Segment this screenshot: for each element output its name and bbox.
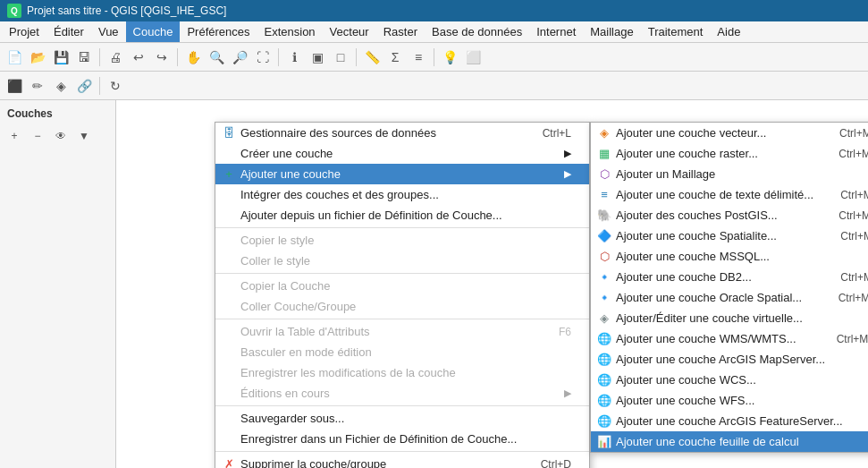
menu-vecteur[interactable]: Vecteur: [323, 21, 376, 42]
tips-btn[interactable]: 💡: [439, 47, 460, 68]
sep-3: [278, 48, 279, 66]
raster-item[interactable]: ▦ Ajouter une couche raster... Ctrl+Maj+…: [591, 143, 868, 164]
redo-btn[interactable]: ↪: [151, 47, 173, 68]
eye-icon[interactable]: 👁: [50, 125, 72, 147]
select-btn[interactable]: ▣: [307, 47, 328, 68]
menu-maillage[interactable]: Maillage: [583, 21, 640, 42]
ajouter-submenu[interactable]: ◈ Ajouter une couche vecteur... Ctrl+Maj…: [590, 122, 868, 453]
new-project-btn[interactable]: 📄: [4, 47, 25, 68]
undo-btn[interactable]: ↩: [128, 47, 149, 68]
print-btn[interactable]: 🖨: [105, 47, 126, 68]
enregistrer-modif-item: Enregistrer les modifications de la couc…: [215, 362, 589, 383]
zoom-in-btn[interactable]: 🔍: [206, 47, 227, 68]
ajouter-couche-item[interactable]: + Ajouter une couche ▶: [215, 164, 589, 184]
layers-toolbar: + − 👁 ▼: [0, 123, 115, 149]
stats-btn[interactable]: Σ: [384, 47, 406, 68]
layer-btn[interactable]: ⬛: [4, 75, 25, 97]
node-btn[interactable]: ◈: [50, 75, 72, 97]
menu-extension[interactable]: Extension: [257, 21, 323, 42]
supprimer-icon: ✗: [221, 456, 237, 469]
save-as-btn[interactable]: 🖫: [73, 47, 95, 68]
texte-delimite-item[interactable]: ≡ Ajouter une couche de texte délimité..…: [591, 184, 868, 205]
rotate-btn[interactable]: ↻: [105, 75, 126, 97]
menu-traitement[interactable]: Traitement: [641, 21, 711, 42]
window-title: Projet sans titre - QGIS [QGIS_IHE_GSC]: [27, 4, 226, 17]
sep-e: [215, 451, 589, 452]
add-layer-icon[interactable]: +: [4, 125, 25, 147]
menu-couche[interactable]: Couche: [126, 21, 181, 42]
creer-couche-item[interactable]: Créer une couche ▶: [215, 143, 589, 164]
copier-couche-item: Copier la Couche: [215, 276, 589, 296]
enregistrer-definition-item[interactable]: Enregistrer dans un Fichier de Définitio…: [215, 429, 589, 449]
definition-icon: [221, 208, 237, 224]
zoom-out-btn[interactable]: 🔎: [229, 47, 250, 68]
feuille-calcul-item[interactable]: 📊 Ajouter une couche feuille de calcul: [591, 431, 868, 452]
arcgis-fs-icon: 🌐: [596, 413, 612, 430]
menu-editer[interactable]: Éditer: [46, 21, 91, 42]
sep-5: [434, 48, 434, 66]
wms-item[interactable]: 🌐 Ajouter une couche WMS/WMTS... Ctrl+Ma…: [591, 328, 868, 349]
oracle-icon: 🔹: [596, 290, 612, 306]
menu-bar: Projet Éditer Vue Couche Préférences Ext…: [0, 21, 868, 43]
sep-4: [356, 48, 357, 66]
gestionnaire-item[interactable]: 🗄 Gestionnaire des sources de données Ct…: [215, 123, 589, 143]
zoom-full-btn[interactable]: ⛶: [252, 47, 274, 68]
texte-icon: ≡: [596, 187, 612, 203]
title-bar: Q Projet sans titre - QGIS [QGIS_IHE_GSC…: [0, 0, 868, 21]
sep-d: [215, 405, 589, 406]
spatialite-item[interactable]: 🔷 Ajouter une couche Spatialite... Ctrl+…: [591, 225, 868, 246]
coller-couche-item: Coller Couche/Groupe: [215, 296, 589, 317]
menu-aide[interactable]: Aide: [710, 21, 747, 42]
maillage-icon: ⬡: [596, 166, 612, 183]
vecteur-icon: ◈: [596, 125, 612, 141]
menu-raster[interactable]: Raster: [376, 21, 425, 42]
sep-6: [99, 77, 100, 95]
menu-projet[interactable]: Projet: [2, 21, 46, 42]
db2-item[interactable]: 🔹 Ajouter une couche DB2... Ctrl+Maj+2: [591, 267, 868, 287]
digitize-btn[interactable]: ✏: [27, 75, 48, 97]
measure-btn[interactable]: 📏: [361, 47, 383, 68]
filter-icon[interactable]: ▼: [73, 125, 95, 147]
sauvegarder-item[interactable]: Sauvegarder sous...: [215, 408, 589, 429]
menu-preferences[interactable]: Préférences: [180, 21, 257, 42]
wms-icon: 🌐: [596, 331, 612, 347]
maillage-item[interactable]: ⬡ Ajouter un Maillage: [591, 164, 868, 184]
remove-layer-icon[interactable]: −: [27, 125, 48, 147]
app-icon: Q: [7, 4, 21, 18]
open-btn[interactable]: 📂: [27, 47, 48, 68]
sep-a: [215, 227, 589, 228]
ajouter-icon: +: [221, 166, 237, 183]
menu-internet[interactable]: Internet: [529, 21, 583, 42]
identify-btn[interactable]: ℹ: [283, 47, 305, 68]
wcs-item[interactable]: 🌐 Ajouter une couche WCS...: [591, 370, 868, 390]
layers-panel-title: Couches: [0, 104, 115, 123]
mssql-item[interactable]: ⬡ Ajouter une couche MSSQL...: [591, 246, 868, 267]
menu-vue[interactable]: Vue: [91, 21, 126, 42]
arcgis-feature-item[interactable]: 🌐 Ajouter une couche ArcGIS FeatureServe…: [591, 411, 868, 431]
chart-btn[interactable]: ≡: [408, 47, 429, 68]
arcgis-mapserver-item[interactable]: 🌐 Ajouter une couche ArcGIS MapServer...: [591, 349, 868, 370]
extra-btn[interactable]: ⬜: [462, 47, 484, 68]
postgis-item[interactable]: 🐘 Ajouter des couches PostGIS... Ctrl+Ma…: [591, 205, 868, 225]
virtuelle-item[interactable]: ◈ Ajouter/Éditer une couche virtuelle...: [591, 308, 868, 328]
couche-dropdown[interactable]: 🗄 Gestionnaire des sources de données Ct…: [215, 122, 590, 468]
supprimer-item[interactable]: ✗ Supprimer la couche/groupe Ctrl+D: [215, 454, 589, 468]
coller-style-item: Coller le style: [215, 251, 589, 271]
wfs-item[interactable]: 🌐 Ajouter une couche WFS...: [591, 390, 868, 411]
oracle-item[interactable]: 🔹 Ajouter une couche Oracle Spatial... C…: [591, 287, 868, 308]
integrer-item[interactable]: Intégrer des couches et des groupes...: [215, 184, 589, 205]
ajouter-definition-item[interactable]: Ajouter depuis un fichier de Définition …: [215, 205, 589, 225]
snap-btn[interactable]: 🔗: [73, 75, 95, 97]
ouvrir-table-item: Ouvrir la Table d'Attributs F6: [215, 321, 589, 342]
menu-base-donnees[interactable]: Base de données: [425, 21, 529, 42]
save-btn[interactable]: 💾: [50, 47, 72, 68]
mssql-icon: ⬡: [596, 249, 612, 265]
spatialite-icon: 🔷: [596, 228, 612, 244]
vecteur-item[interactable]: ◈ Ajouter une couche vecteur... Ctrl+Maj…: [591, 123, 868, 143]
db2-icon: 🔹: [596, 269, 612, 285]
sep-b: [215, 273, 589, 274]
dropdown-container: 🗄 Gestionnaire des sources de données Ct…: [116, 100, 868, 468]
deselect-btn[interactable]: □: [330, 47, 351, 68]
arcgis-ms-icon: 🌐: [596, 352, 612, 368]
pan-btn[interactable]: ✋: [182, 47, 204, 68]
